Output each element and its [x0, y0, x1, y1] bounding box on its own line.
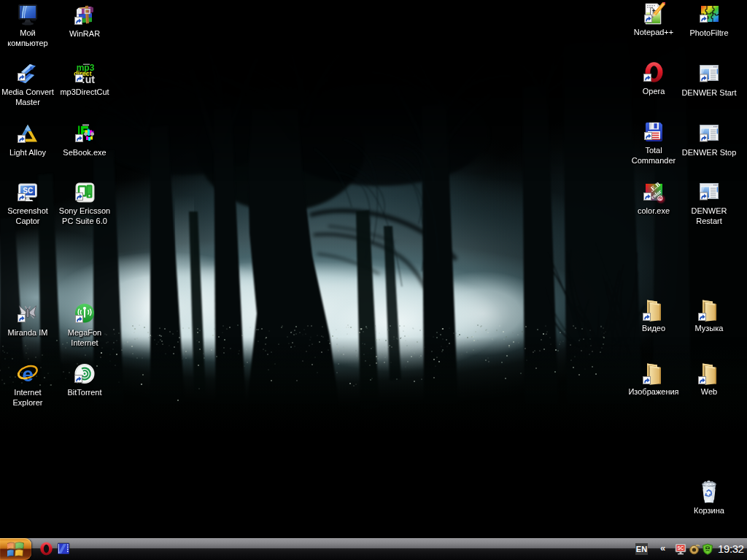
svg-text:SC: SC	[677, 545, 684, 551]
svg-text:c: c	[659, 196, 661, 201]
svg-text::ut: :ut	[82, 74, 95, 85]
svg-text:e: e	[22, 363, 34, 386]
